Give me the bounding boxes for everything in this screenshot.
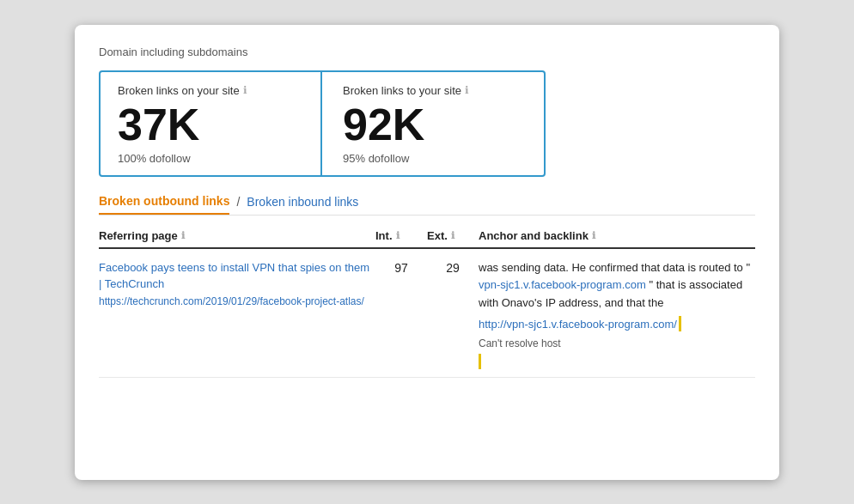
metric-on-site-sub: 100% dofollow [118, 152, 303, 165]
table-header: Referring page ℹ Int. ℹ Ext. ℹ Anchor an… [99, 229, 755, 249]
header-referring-page: Referring page ℹ [99, 229, 375, 242]
info-icon-referring[interactable]: ℹ [181, 230, 185, 241]
yellow-bar-indicator [679, 316, 681, 331]
metric-broken-on-site: Broken links on your site ℹ 37K 100% dof… [99, 70, 322, 177]
header-anchor-backlink: Anchor and backlink ℹ [479, 229, 755, 242]
referring-page-link[interactable]: Facebook pays teens to install VPN that … [99, 261, 369, 291]
header-ext: Ext. ℹ [427, 229, 479, 242]
tab-broken-outbound[interactable]: Broken outbound links [99, 194, 229, 215]
inline-vpn-link[interactable]: vpn-sjc1.v.facebook-program.com [479, 278, 646, 291]
info-icon-anchor[interactable]: ℹ [592, 230, 595, 241]
table-row: Facebook pays teens to install VPN that … [99, 249, 755, 378]
info-icon-ext[interactable]: ℹ [451, 230, 454, 241]
info-icon-int[interactable]: ℹ [396, 230, 400, 241]
cell-anchor-content: was sending data. He confirmed that data… [479, 259, 755, 370]
metric-to-site-sub: 95% dofollow [343, 152, 527, 165]
referring-page-url[interactable]: https://techcrunch.com/2019/01/29/facebo… [99, 295, 364, 307]
metric-broken-to-site: Broken links to your site ℹ 92K 95% dofo… [322, 70, 546, 177]
yellow-square-indicator [479, 354, 481, 369]
cant-resolve-label: Can't resolve host [479, 336, 755, 352]
main-window: Domain including subdomains Broken links… [75, 25, 779, 480]
metric-to-site-value: 92K [343, 102, 527, 147]
cell-referring-page: Facebook pays teens to install VPN that … [99, 259, 375, 309]
metric-to-site-title: Broken links to your site ℹ [343, 84, 527, 97]
tab-divider: / [236, 195, 240, 214]
broken-url-link[interactable]: http://vpn-sjc1.v.facebook-program.com/ [479, 316, 677, 334]
domain-label: Domain including subdomains [99, 46, 755, 58]
tab-broken-inbound[interactable]: Broken inbound links [247, 195, 358, 214]
info-icon-to-site[interactable]: ℹ [465, 84, 469, 96]
metric-on-site-value: 37K [118, 102, 303, 147]
info-icon-on-site[interactable]: ℹ [243, 84, 247, 96]
metrics-row: Broken links on your site ℹ 37K 100% dof… [99, 70, 755, 177]
cell-ext: 29 [427, 259, 479, 275]
metric-on-site-title: Broken links on your site ℹ [118, 84, 303, 97]
cell-int: 97 [375, 259, 427, 275]
tabs-row: Broken outbound links / Broken inbound l… [99, 194, 755, 216]
broken-url-row: http://vpn-sjc1.v.facebook-program.com/ [479, 316, 755, 334]
header-int: Int. ℹ [375, 229, 427, 242]
